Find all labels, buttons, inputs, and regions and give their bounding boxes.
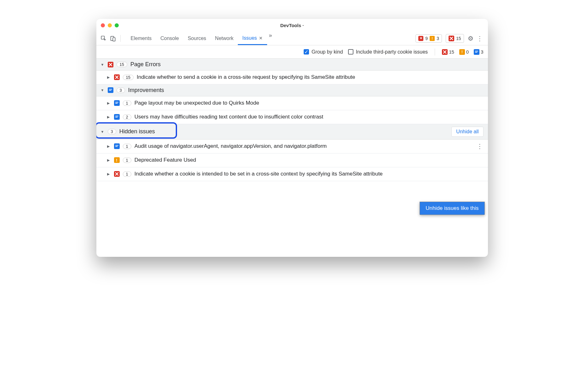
minimize-window-button[interactable]	[108, 23, 112, 27]
issue-count: 1	[123, 101, 131, 106]
error-badge-icon	[442, 49, 448, 55]
console-status-pill[interactable]: ✕9 !3	[415, 34, 442, 43]
maximize-window-button[interactable]	[115, 23, 119, 27]
group-label: Improvements	[128, 87, 164, 94]
expand-icon: ▶	[107, 144, 111, 148]
error-icon	[114, 74, 120, 80]
expand-icon: ▼	[101, 130, 105, 134]
context-menu-item-label: Unhide issues like this	[426, 205, 478, 211]
tab-sources[interactable]: Sources	[183, 32, 211, 45]
issue-count: 2	[123, 114, 131, 120]
error-group-icon	[108, 62, 113, 67]
issue-count: 15	[456, 36, 461, 41]
tab-console[interactable]: Console	[156, 32, 183, 45]
more-tabs-icon[interactable]: »	[267, 32, 274, 45]
group-by-kind-label: Group by kind	[312, 49, 343, 55]
group-count: 15	[117, 62, 127, 67]
close-tab-icon[interactable]: ✕	[259, 36, 263, 41]
checkbox-checked-icon: ✓	[304, 49, 309, 55]
warning-icon: !	[430, 36, 435, 41]
context-menu-unhide[interactable]: Unhide issues like this	[420, 202, 484, 215]
issue-text: Audit usage of navigator.userAgent, navi…	[135, 143, 484, 150]
tab-network[interactable]: Network	[211, 32, 238, 45]
svg-rect-12	[115, 146, 117, 147]
tab-issues-label: Issues	[242, 35, 257, 41]
warning-icon: !	[114, 157, 120, 163]
checkbox-unchecked-icon	[348, 49, 353, 55]
divider	[120, 35, 121, 42]
group-page-errors[interactable]: ▼ 15 Page Errors	[96, 59, 488, 71]
svg-rect-5	[109, 89, 112, 90]
svg-rect-9	[115, 116, 118, 117]
info-icon	[114, 143, 120, 149]
issues-status-pill[interactable]: 15	[446, 34, 464, 43]
group-by-kind-checkbox[interactable]: ✓Group by kind	[304, 49, 343, 55]
settings-icon[interactable]: ⚙	[468, 35, 473, 42]
expand-icon: ▶	[107, 172, 111, 176]
svg-rect-4	[475, 52, 477, 53]
group-count: 3	[108, 129, 116, 134]
inspect-icon[interactable]	[100, 34, 108, 43]
error-icon: ✕	[418, 36, 423, 41]
svg-rect-11	[115, 145, 118, 146]
issue-row[interactable]: ▶ 1 Page layout may be unexpected due to…	[96, 96, 488, 110]
panel-tabs: Elements Console Sources Network Issues✕…	[126, 32, 274, 45]
info-icon	[114, 100, 120, 106]
issue-row[interactable]: ▶ 1 Indicate whether a cookie is intende…	[96, 167, 488, 181]
window-controls	[101, 23, 119, 27]
warning-badge-icon: !	[459, 49, 465, 55]
svg-rect-3	[475, 51, 478, 51]
info-badge-icon	[474, 49, 479, 55]
expand-icon: ▼	[101, 63, 105, 66]
issue-row[interactable]: ▶ 15 Indicate whether to send a cookie i…	[96, 71, 488, 84]
error-count: 9	[425, 36, 428, 41]
third-party-checkbox[interactable]: Include third-party cookie issues	[348, 49, 428, 55]
error-icon	[114, 171, 120, 177]
group-hidden-issues[interactable]: ▼ 3 Hidden issues Unhide all	[96, 124, 488, 140]
issue-text: Page layout may be unexpected due to Qui…	[135, 100, 484, 107]
divider	[435, 49, 435, 55]
kebab-menu-icon[interactable]: ⋮	[475, 35, 485, 42]
info-group-icon	[108, 87, 113, 93]
issues-toolbar: ✓Group by kind Include third-party cooki…	[96, 45, 488, 59]
issue-text: Users may have difficulties reading text…	[135, 113, 484, 121]
svg-rect-2	[113, 37, 115, 41]
issue-count: 1	[123, 158, 131, 163]
expand-icon: ▼	[101, 88, 105, 92]
row-kebab-icon[interactable]: ⋮	[477, 145, 483, 147]
warning-count: 3	[437, 36, 439, 41]
summary-info[interactable]: 3	[474, 49, 483, 55]
expand-icon: ▶	[107, 101, 111, 105]
third-party-label: Include third-party cookie issues	[356, 49, 428, 55]
svg-rect-10	[115, 117, 117, 118]
issue-row[interactable]: ▶ ! 1 Deprecated Feature Used	[96, 153, 488, 167]
issue-count: 1	[123, 171, 131, 177]
group-count: 3	[117, 88, 125, 93]
group-label: Page Errors	[130, 61, 161, 68]
window-title: DevTools ·	[280, 23, 304, 28]
summary-warnings[interactable]: !0	[459, 49, 469, 55]
unhide-all-button[interactable]: Unhide all	[451, 127, 483, 137]
expand-icon: ▶	[107, 115, 111, 119]
issue-count: 15	[123, 75, 134, 80]
issue-count: 1	[123, 144, 131, 149]
info-icon	[114, 114, 120, 120]
issue-text: Indicate whether to send a cookie in a c…	[137, 74, 484, 81]
svg-rect-8	[115, 103, 117, 104]
main-tabbar: Elements Console Sources Network Issues✕…	[96, 32, 488, 45]
group-label: Hidden issues	[119, 128, 155, 135]
issue-error-icon	[449, 36, 454, 41]
issue-row[interactable]: ▶ 2 Users may have difficulties reading …	[96, 110, 488, 124]
issue-text: Indicate whether a cookie is intended to…	[135, 170, 484, 178]
issue-row[interactable]: ▶ 1 Audit usage of navigator.userAgent, …	[96, 140, 488, 153]
device-toggle-icon[interactable]	[109, 34, 117, 43]
tab-elements[interactable]: Elements	[126, 32, 156, 45]
svg-rect-7	[115, 102, 118, 103]
titlebar: DevTools ·	[96, 19, 488, 32]
group-improvements[interactable]: ▼ 3 Improvements	[96, 84, 488, 96]
close-window-button[interactable]	[101, 23, 105, 27]
tab-issues[interactable]: Issues✕	[238, 32, 267, 45]
issue-text: Deprecated Feature Used	[135, 157, 484, 164]
svg-rect-6	[109, 90, 111, 91]
summary-errors[interactable]: 15	[442, 49, 454, 55]
